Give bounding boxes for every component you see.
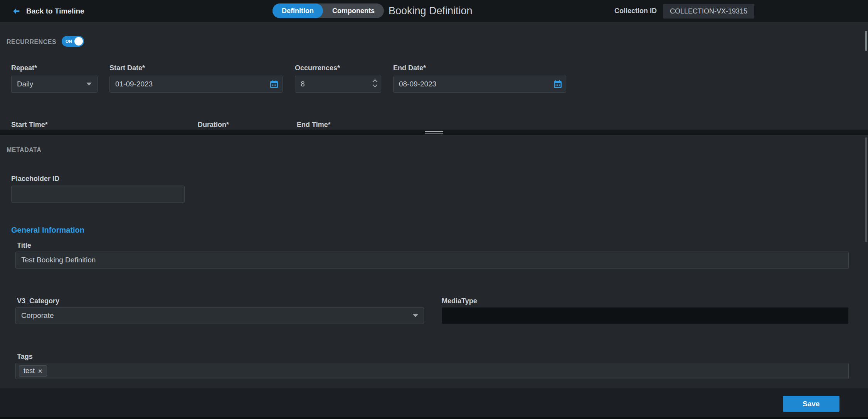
end-time-label: End Time* (297, 121, 331, 129)
start-date-field (109, 76, 283, 93)
metadata-panel: METADATA Placeholder ID General Informat… (0, 135, 868, 388)
occurrences-label: Occurrences* (295, 64, 340, 72)
number-stepper-icon[interactable] (372, 78, 378, 90)
bottom-action-bar: Save (0, 388, 868, 417)
tag-chip-text: test (24, 367, 35, 375)
end-date-input[interactable] (393, 76, 566, 93)
recurrences-toggle[interactable]: ON (62, 36, 84, 47)
page-title: Booking Definition (389, 0, 473, 22)
tag-remove-icon[interactable]: × (38, 368, 42, 375)
splitter-drag-handle-icon (425, 131, 443, 134)
calendar-icon[interactable] (553, 79, 562, 89)
duration-label: Duration* (198, 121, 229, 129)
top-panel-scrollbar[interactable] (865, 31, 867, 51)
collection-id-label: Collection ID (614, 7, 657, 15)
title-input[interactable] (15, 252, 849, 269)
collection-id-value: COLLECTION-VX-19315 (663, 4, 754, 19)
repeat-select[interactable]: Daily (11, 76, 98, 93)
v3-category-value: Corporate (21, 311, 54, 320)
toggle-on-label: ON (66, 36, 72, 47)
media-type-label: MediaType (442, 297, 477, 305)
bottom-edge-divider (0, 417, 868, 419)
save-button[interactable]: Save (783, 396, 839, 412)
tags-input[interactable]: test × (15, 363, 849, 379)
occurrences-field (295, 76, 381, 93)
tag-chip: test × (19, 365, 47, 377)
v3-category-select[interactable]: Corporate (15, 307, 424, 324)
back-to-timeline-button[interactable]: Back to Timeline (12, 0, 84, 22)
end-date-field (393, 76, 566, 93)
media-type-input[interactable] (442, 307, 849, 324)
chevron-down-icon (413, 314, 418, 317)
placeholder-id-label: Placeholder ID (11, 175, 59, 183)
repeat-value: Daily (17, 80, 33, 88)
collection-id-group: Collection ID COLLECTION-VX-19315 (614, 0, 754, 22)
occurrences-input[interactable] (295, 76, 381, 93)
tab-definition[interactable]: Definition (273, 3, 323, 18)
tab-components[interactable]: Components (323, 3, 384, 18)
general-information-heading: General Information (11, 226, 84, 235)
start-date-label: Start Date* (109, 64, 145, 72)
top-bar: Back to Timeline Definition Components B… (0, 0, 868, 22)
back-arrow-icon (12, 7, 21, 15)
metadata-section-label: METADATA (7, 147, 41, 154)
chevron-down-icon (86, 83, 92, 86)
recurrences-panel: RECURRENCES ON Repeat* Start Date* Occur… (0, 22, 868, 130)
start-date-input[interactable] (109, 76, 283, 93)
view-tabs: Definition Components (273, 3, 384, 18)
recurrences-section-label: RECURRENCES (7, 39, 56, 46)
start-time-label: Start Time* (11, 121, 48, 129)
calendar-icon[interactable] (269, 79, 279, 89)
placeholder-id-input[interactable] (11, 186, 185, 203)
bottom-panel-scrollbar[interactable] (865, 137, 867, 242)
panel-resize-splitter[interactable] (0, 130, 868, 135)
back-label: Back to Timeline (26, 7, 84, 15)
v3-category-label: V3_Category (17, 297, 59, 305)
title-label: Title (17, 242, 31, 250)
end-date-label: End Date* (393, 64, 426, 72)
toggle-knob (74, 37, 83, 46)
tags-label: Tags (17, 353, 33, 361)
repeat-label: Repeat* (11, 64, 37, 72)
